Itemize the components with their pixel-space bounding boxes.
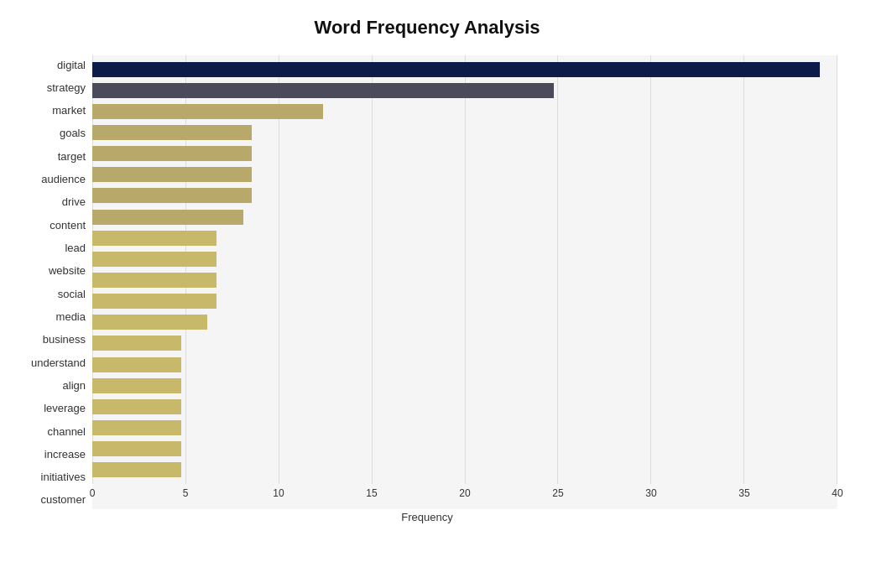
- bar-row: [92, 124, 837, 141]
- bar-row: [92, 230, 837, 247]
- bar-row: [92, 145, 837, 162]
- plot-area: 0510152025303540: [92, 55, 837, 509]
- y-label: target: [58, 147, 86, 165]
- bar: [92, 252, 216, 267]
- bar: [92, 441, 181, 456]
- y-label: digital: [57, 55, 86, 74]
- bar: [92, 83, 554, 98]
- bar: [92, 125, 252, 140]
- y-label: media: [56, 307, 86, 325]
- chart-area: digitalstrategymarketgoalstargetaudience…: [17, 55, 837, 509]
- y-label: increase: [44, 445, 86, 463]
- bar: [92, 188, 252, 203]
- x-axis-label: Frequency: [17, 511, 837, 523]
- y-label: website: [49, 262, 86, 280]
- y-label: strategy: [47, 78, 86, 96]
- bar-row: [92, 461, 837, 478]
- y-label: goals: [60, 124, 86, 143]
- bar: [92, 210, 243, 225]
- chart-title: Word Frequency Analysis: [17, 17, 837, 39]
- bar: [92, 62, 820, 77]
- bar: [92, 378, 181, 393]
- bar-row: [92, 377, 837, 394]
- y-label: market: [52, 101, 86, 120]
- y-label: align: [63, 376, 86, 394]
- bar: [92, 336, 181, 351]
- bar-row: [92, 251, 837, 268]
- bar: [92, 420, 181, 435]
- y-label: customer: [41, 491, 86, 509]
- y-axis: digitalstrategymarketgoalstargetaudience…: [17, 55, 92, 509]
- bars-wrapper: [92, 55, 837, 484]
- y-label: business: [43, 330, 86, 349]
- y-label: audience: [41, 170, 86, 189]
- y-label: understand: [31, 353, 86, 372]
- bar: [92, 399, 181, 414]
- bar: [92, 273, 216, 288]
- bar-row: [92, 82, 837, 99]
- bar: [92, 104, 323, 119]
- chart-container: Word Frequency Analysis digitalstrategym…: [0, 0, 871, 588]
- x-axis: 0510152025303540: [92, 484, 837, 509]
- bar-row: [92, 419, 837, 436]
- y-label: channel: [47, 422, 86, 440]
- bar-row: [92, 356, 837, 373]
- bar-row: [92, 209, 837, 226]
- bar-row: [92, 187, 837, 204]
- y-label: drive: [62, 193, 86, 211]
- bar: [92, 231, 216, 246]
- bar-row: [92, 293, 837, 310]
- bar-row: [92, 61, 837, 78]
- y-label: lead: [65, 239, 86, 258]
- bar-row: [92, 272, 837, 289]
- bar: [92, 315, 207, 330]
- bar-row: [92, 398, 837, 415]
- bar-row: [92, 314, 837, 330]
- bar-row: [92, 103, 837, 120]
- bar-row: [92, 335, 837, 351]
- bar-row: [92, 440, 837, 457]
- y-label: content: [50, 216, 86, 234]
- y-label: leverage: [44, 399, 86, 418]
- bar: [92, 167, 252, 182]
- bar: [92, 146, 252, 161]
- bar: [92, 357, 181, 372]
- y-label: social: [58, 284, 86, 303]
- bar: [92, 462, 181, 477]
- bar-row: [92, 166, 837, 183]
- bar: [92, 294, 216, 309]
- y-label: initiatives: [41, 468, 86, 487]
